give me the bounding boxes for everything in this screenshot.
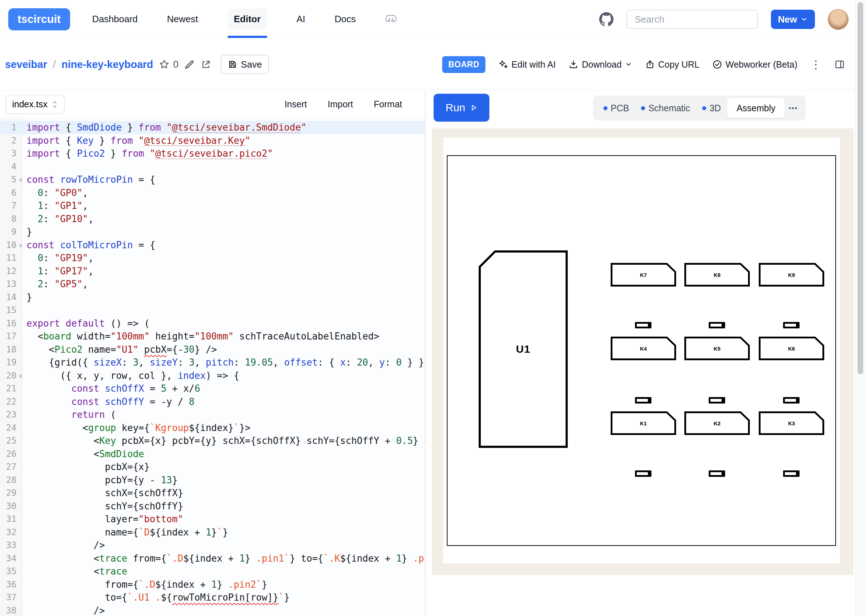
breadcrumb-repo[interactable]: nine-key-keyboard: [61, 59, 153, 71]
tscircuit-logo[interactable]: tscircuit: [8, 8, 70, 30]
code-line[interactable]: 22 const schOffY = -y / 8: [0, 395, 425, 409]
code-line[interactable]: 3import { Pico2 } from "@tsci/seveibar.p…: [0, 147, 425, 160]
fold-arrow-icon[interactable]: ∨: [19, 239, 22, 252]
diode[interactable]: [783, 397, 799, 404]
code-line[interactable]: 7 1: "GP1",: [0, 199, 425, 212]
key-k3[interactable]: K3: [759, 412, 824, 435]
key-k8[interactable]: K8: [684, 263, 750, 286]
board-badge[interactable]: BOARD: [442, 56, 485, 73]
fold-arrow-icon[interactable]: ∨: [19, 173, 22, 187]
code-line[interactable]: 28 pcbY={y - 13}: [0, 474, 425, 487]
code-line[interactable]: 19 {grid({ sizeX: 3, sizeY: 3, pitch: 19…: [0, 356, 425, 369]
tabs-more-button[interactable]: •••: [785, 104, 801, 112]
code-line[interactable]: 15: [0, 304, 425, 317]
menu-item-insert[interactable]: Insert: [284, 99, 307, 110]
rename-button[interactable]: [184, 59, 195, 70]
code-line[interactable]: 30 schY={schOffY}: [0, 500, 425, 513]
code-line[interactable]: 23 return (: [0, 408, 425, 421]
code-line[interactable]: 32 name={`D${index + 1}`}: [0, 526, 425, 539]
open-share-button[interactable]: [201, 59, 212, 70]
code-line[interactable]: 35 <trace: [0, 565, 425, 578]
key-k9[interactable]: K9: [759, 263, 824, 286]
code-line[interactable]: 13 2: "GP5",: [0, 278, 425, 291]
tab-schematic[interactable]: Schematic: [635, 96, 696, 121]
code-line[interactable]: 1import { SmdDiode } from "@tsci/seveiba…: [0, 121, 425, 134]
key-k4[interactable]: K4: [611, 336, 676, 360]
panel-toggle-button[interactable]: [834, 59, 845, 70]
code-line[interactable]: 20∨ ({ x, y, row, col }, index) => {: [0, 369, 425, 382]
code-line[interactable]: 36 from={`.D${index + 1} .pin2`}: [0, 578, 425, 591]
code-editor[interactable]: 1import { SmdDiode } from "@tsci/seveiba…: [0, 119, 425, 616]
file-selector[interactable]: index.tsx: [6, 95, 65, 114]
panel-divider[interactable]: [425, 91, 426, 616]
save-button[interactable]: Save: [221, 55, 269, 74]
tab-pcb[interactable]: PCB: [597, 96, 635, 121]
code-line[interactable]: 14}: [0, 291, 425, 304]
code-line[interactable]: 11 0: "GP19",: [0, 251, 425, 265]
kebab-menu-button[interactable]: ⋮: [810, 59, 821, 70]
code-line[interactable]: 26 <SmdDiode: [0, 448, 425, 461]
webworker-beta--button[interactable]: Webworker (Beta): [712, 60, 797, 70]
code-line[interactable]: 9}: [0, 225, 425, 239]
code-line[interactable]: 24 <group key={`Kgroup${index}`}>: [0, 421, 425, 435]
diode[interactable]: [709, 397, 725, 404]
diode[interactable]: [783, 322, 799, 328]
menu-item-import[interactable]: Import: [328, 99, 353, 110]
github-icon[interactable]: [599, 12, 614, 27]
code-line[interactable]: 37 to={`.U1 .${rowToMicroPin[row]}`}: [0, 591, 425, 604]
code-line[interactable]: 25 <Key pcbX={x} pcbY={y} schX={schOffX}…: [0, 434, 425, 448]
code-line[interactable]: 27 pcbX={x}: [0, 460, 425, 474]
tab-assembly[interactable]: Assembly: [727, 98, 785, 118]
code-line[interactable]: 17 <board width="100mm" height="100mm" s…: [0, 330, 425, 343]
run-button[interactable]: Run: [433, 94, 489, 122]
scrollbar-thumb[interactable]: [857, 2, 863, 374]
breadcrumb-owner[interactable]: seveibar: [5, 59, 47, 71]
assembly-canvas[interactable]: U1 K7K8K9K4K5K6K1K2K3: [432, 129, 854, 575]
key-k1[interactable]: K1: [611, 412, 676, 435]
code-line[interactable]: 21 const schOffX = 5 + x/6: [0, 382, 425, 395]
code-line[interactable]: 4: [0, 160, 425, 173]
code-line[interactable]: 10∨const colToMicroPin = {: [0, 239, 425, 252]
nav-item-ai[interactable]: AI: [297, 14, 306, 25]
code-line[interactable]: 2import { Key } from "@tsci/seveibar.Key…: [0, 134, 425, 148]
code-line[interactable]: 6 0: "GP0",: [0, 186, 425, 200]
nav-item-editor[interactable]: Editor: [228, 9, 267, 30]
editor-menu: InsertImportFormat: [284, 99, 402, 110]
code-line[interactable]: 38 />: [0, 604, 425, 616]
code-line[interactable]: 12 1: "GP17",: [0, 265, 425, 278]
code-line[interactable]: 5∨const rowToMicroPin = {: [0, 173, 425, 186]
key-k6[interactable]: K6: [759, 336, 824, 360]
code-line[interactable]: 16export default () => (: [0, 317, 425, 330]
download-button[interactable]: Download: [568, 60, 632, 70]
star-button[interactable]: [159, 59, 170, 70]
key-k5[interactable]: K5: [684, 336, 750, 360]
diode[interactable]: [709, 322, 725, 328]
diode[interactable]: [635, 470, 651, 477]
code-line[interactable]: 31 layer="bottom": [0, 512, 425, 526]
fold-arrow-icon[interactable]: ∨: [19, 369, 22, 383]
code-line[interactable]: 8 2: "GP10",: [0, 212, 425, 226]
nav-item-docs[interactable]: Docs: [334, 14, 356, 25]
diode[interactable]: [709, 470, 725, 477]
discord-icon[interactable]: [385, 14, 397, 24]
key-k2[interactable]: K2: [684, 412, 750, 435]
menu-item-format[interactable]: Format: [374, 99, 402, 110]
nav-item-dashboard[interactable]: Dashboard: [92, 14, 138, 25]
avatar[interactable]: [828, 9, 849, 30]
diode[interactable]: [635, 397, 651, 404]
page-scrollbar[interactable]: [855, 0, 865, 616]
diode[interactable]: [783, 470, 799, 477]
diode[interactable]: [635, 322, 651, 328]
code-line[interactable]: 34 <trace from={`.D${index + 1} .pin1`} …: [0, 552, 425, 565]
edit-with-ai-button[interactable]: Edit with AI: [498, 60, 556, 70]
search-input[interactable]: [626, 9, 758, 29]
new-button[interactable]: New: [771, 9, 815, 29]
code-line[interactable]: 33 />: [0, 539, 425, 552]
code-line[interactable]: 18 <Pico2 name="U1" pcbX={-30} />: [0, 343, 425, 356]
key-k7[interactable]: K7: [611, 263, 676, 286]
copy-url-button[interactable]: Copy URL: [645, 60, 699, 70]
chip-U1[interactable]: U1: [479, 250, 568, 448]
nav-item-newest[interactable]: Newest: [167, 14, 198, 25]
code-line[interactable]: 29 schX={schOffX}: [0, 487, 425, 500]
tab-3d[interactable]: 3D: [696, 96, 727, 121]
